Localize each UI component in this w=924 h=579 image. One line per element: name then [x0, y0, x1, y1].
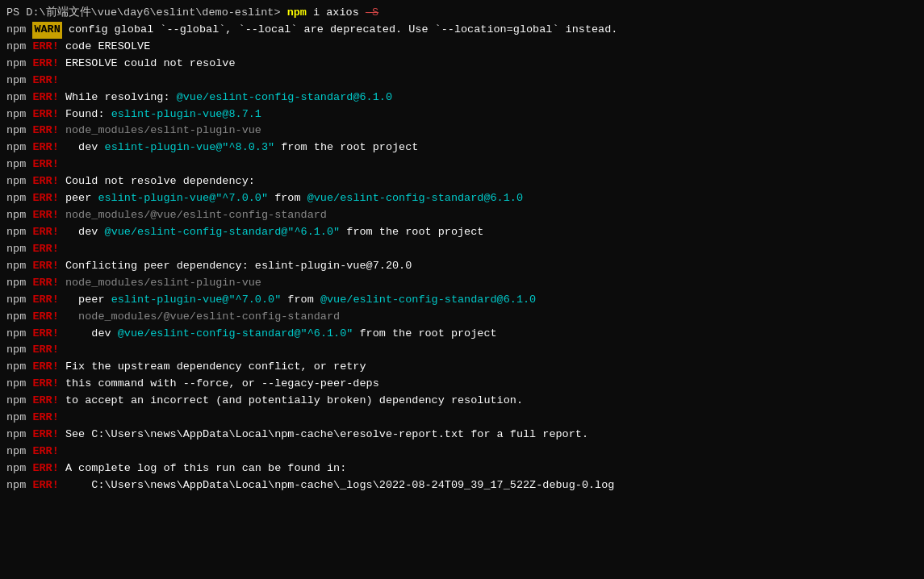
- line-part: npm: [6, 460, 32, 477]
- line-part: @vue/eslint-config-standard@"^6.1.0": [105, 224, 341, 241]
- terminal-line: npm ERR! dev @vue/eslint-config-standard…: [6, 224, 924, 241]
- terminal-line: npm ERR! Conflicting peer dependency: es…: [6, 258, 924, 275]
- line-part: code ERESOLVE: [59, 39, 150, 56]
- line-part: dev: [59, 326, 118, 343]
- line-part: While resolving:: [59, 90, 177, 106]
- line-part: npm: [6, 106, 32, 123]
- line-part: dev: [59, 224, 105, 241]
- line-part: ERR!: [32, 73, 58, 90]
- terminal-line: npm ERR!: [6, 156, 924, 173]
- terminal-line: npm ERR! node_modules/eslint-plugin-vue: [6, 123, 924, 140]
- line-part: ERR!: [32, 342, 58, 359]
- line-part: C:\Users\news\AppData\Local\npm-cache\_l…: [59, 477, 615, 494]
- line-part: Fix the upstream dependency conflict, or…: [59, 359, 366, 376]
- line-part: ERR!: [32, 258, 58, 275]
- line-part: npm: [6, 90, 32, 106]
- line-part: ERR!: [32, 190, 58, 207]
- terminal-line: npm ERR!: [6, 444, 924, 460]
- line-part: npm: [6, 292, 32, 309]
- line-part: config global `--global`, `--local` are …: [62, 22, 618, 39]
- line-part: npm: [6, 241, 32, 258]
- line-part: ERR!: [32, 326, 58, 343]
- line-part: ERR!: [32, 90, 58, 106]
- line-part: Found:: [59, 106, 111, 123]
- line-part: ERR!: [32, 207, 58, 224]
- line-part: npm: [6, 275, 32, 292]
- line-part: to accept an incorrect (and potentially …: [59, 393, 523, 410]
- line-part: ERR!: [32, 477, 58, 494]
- line-part: npm: [6, 477, 32, 494]
- line-part: npm: [6, 359, 32, 376]
- line-part: npm: [6, 427, 32, 444]
- line-part: ERR!: [32, 123, 58, 140]
- line-part: npm: [6, 326, 32, 343]
- terminal-line: npm ERR! peer eslint-plugin-vue@"^7.0.0"…: [6, 190, 924, 207]
- terminal-line: npm ERR! While resolving: @vue/eslint-co…: [6, 90, 924, 106]
- line-part: ERESOLVE could not resolve: [59, 56, 236, 73]
- terminal-line: npm ERR! Found: eslint-plugin-vue@8.7.1: [6, 106, 924, 123]
- line-part: npm: [6, 224, 32, 241]
- line-part: i axios: [307, 5, 366, 22]
- line-part: npm: [6, 410, 32, 427]
- line-part: ERR!: [32, 444, 58, 460]
- line-part: npm: [6, 444, 32, 460]
- line-part: npm: [6, 342, 32, 359]
- terminal-line: npm ERR! See C:\Users\news\AppData\Local…: [6, 427, 924, 444]
- line-part: ERR!: [32, 393, 58, 410]
- line-part: peer: [59, 190, 98, 207]
- terminal-line: npm ERR! peer eslint-plugin-vue@"^7.0.0"…: [6, 292, 924, 309]
- line-part: from: [281, 292, 320, 309]
- line-part: ERR!: [32, 173, 58, 190]
- line-part: npm: [6, 173, 32, 190]
- line-part: ERR!: [32, 427, 58, 444]
- line-part: npm: [6, 376, 32, 393]
- line-part: npm: [6, 73, 32, 90]
- line-part: ERR!: [32, 410, 58, 427]
- line-part: node_modules/eslint-plugin-vue: [59, 275, 261, 292]
- terminal-line: npm ERR! C:\Users\news\AppData\Local\npm…: [6, 477, 924, 494]
- terminal-line: npm ERR! Could not resolve dependency:: [6, 173, 924, 190]
- line-part: A complete log of this run can be found …: [59, 460, 346, 477]
- line-part: npm: [6, 56, 32, 73]
- line-part: ERR!: [32, 140, 58, 156]
- line-part: PS D:\前端文件\vue\day6\eslint\demo-eslint>: [6, 5, 287, 22]
- line-part: from: [268, 190, 307, 207]
- line-part: ERR!: [32, 156, 58, 173]
- terminal-line: npm ERR! this command with --force, or -…: [6, 376, 924, 393]
- line-part: ERR!: [32, 359, 58, 376]
- line-part: npm: [287, 5, 307, 22]
- line-part: from the root project: [274, 140, 418, 156]
- line-part: npm: [6, 190, 32, 207]
- terminal-line: npm ERR! dev eslint-plugin-vue@"^8.0.3" …: [6, 140, 924, 156]
- terminal-line: npm ERR! dev @vue/eslint-config-standard…: [6, 326, 924, 343]
- line-part: npm: [6, 393, 32, 410]
- line-part: dev: [59, 140, 105, 156]
- line-part: ERR!: [32, 275, 58, 292]
- terminal-line: npm ERR!: [6, 241, 924, 258]
- terminal-line: npm WARN config global `--global`, `--lo…: [6, 22, 924, 39]
- terminal-line: npm ERR!: [6, 73, 924, 90]
- line-part: ERR!: [32, 39, 58, 56]
- line-part: ERR!: [32, 224, 58, 241]
- terminal-line: npm ERR! ERESOLVE could not resolve: [6, 56, 924, 73]
- terminal-line: PS D:\前端文件\vue\day6\eslint\demo-eslint> …: [6, 5, 924, 22]
- line-part: from the root project: [353, 326, 496, 343]
- line-part: npm: [6, 39, 32, 56]
- line-part: eslint-plugin-vue@8.7.1: [111, 106, 261, 123]
- line-part: @vue/eslint-config-standard@6.1.0: [307, 190, 523, 207]
- line-part: @vue/eslint-config-standard@6.1.0: [320, 292, 536, 309]
- terminal-line: npm ERR! node_modules/@vue/eslint-config…: [6, 309, 924, 326]
- line-part: Could not resolve dependency:: [59, 173, 255, 190]
- line-part: node_modules/eslint-plugin-vue: [59, 123, 261, 140]
- line-part: ERR!: [32, 460, 58, 477]
- line-part: from the root project: [340, 224, 483, 241]
- line-part: ERR!: [32, 56, 58, 73]
- line-part: npm: [6, 258, 32, 275]
- terminal-line: npm ERR!: [6, 410, 924, 427]
- line-part: See C:\Users\news\AppData\Local\npm-cach…: [59, 427, 588, 444]
- terminal-line: npm ERR! node_modules/@vue/eslint-config…: [6, 207, 924, 224]
- line-part: this command with --force, or --legacy-p…: [59, 376, 379, 393]
- line-part: ERR!: [32, 106, 58, 123]
- line-part: eslint-plugin-vue@"^7.0.0": [111, 292, 282, 309]
- terminal-line: npm ERR!: [6, 342, 924, 359]
